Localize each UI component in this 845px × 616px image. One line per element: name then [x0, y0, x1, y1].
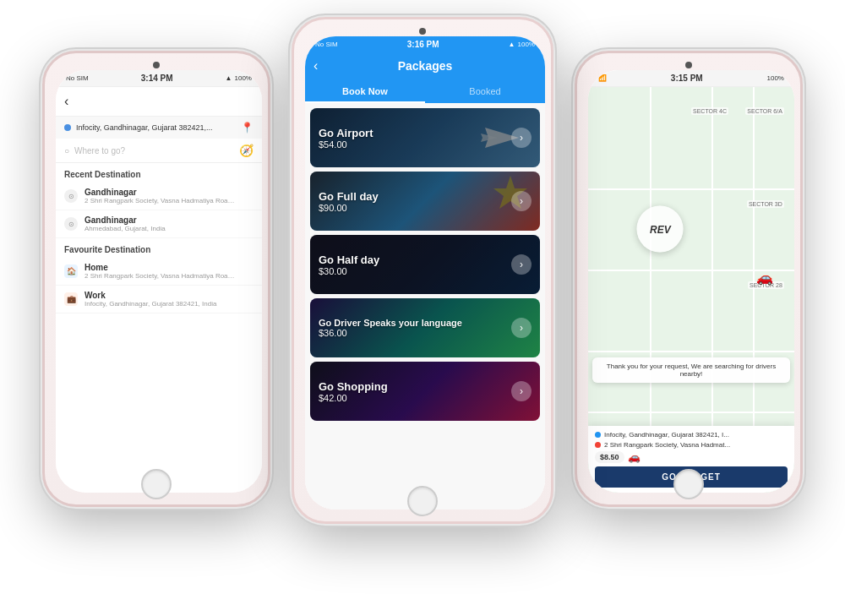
addr-row-1: 2 Shri Rangpark Society, Vasna Hadmat...: [595, 441, 788, 449]
center-vol-up-button: [292, 117, 293, 146]
package-shopping-chevron[interactable]: ›: [511, 381, 532, 401]
package-fullday-price: $90.00: [319, 203, 379, 213]
packages-list: Go Airport $54.00 ›: [305, 103, 545, 510]
left-screen: No SIM 3:14 PM ▲ 100% ‹ Infocity, Gandhi…: [56, 70, 262, 493]
package-halfday-info: Go Half day $30.00: [319, 253, 379, 276]
package-shopping-content: Go Shopping $42.00 ›: [310, 362, 540, 421]
package-shopping-info: Go Shopping $42.00: [319, 380, 388, 403]
right-power-button: [801, 138, 803, 180]
recent-addr-0: 2 Shri Rangpark Society, Vasna Hadmatiya…: [84, 197, 237, 204]
map-label-sector6a: SECTOR 6/A: [745, 107, 784, 115]
fav-name-home: Home: [84, 263, 254, 272]
fav-name-work: Work: [84, 291, 254, 300]
recent-name-0: Gandhinagar: [84, 188, 254, 197]
left-mute-button: [42, 121, 44, 142]
center-home-button[interactable]: [407, 486, 438, 516]
left-time: 3:14 PM: [141, 74, 173, 83]
center-back-button[interactable]: ‹: [313, 58, 318, 74]
package-airport-chevron[interactable]: ›: [511, 128, 532, 148]
right-home-button[interactable]: [673, 469, 704, 499]
right-wifi-icon: 📶: [598, 74, 607, 82]
package-driver[interactable]: Go Driver Speaks your language $36.00 ›: [310, 298, 540, 357]
package-halfday-name: Go Half day: [319, 253, 379, 266]
tab-booked[interactable]: Booked: [425, 79, 545, 103]
package-fullday-info: Go Full day $90.00: [319, 190, 379, 213]
map-road-h4: [588, 412, 794, 413]
package-fullday-chevron[interactable]: ›: [511, 191, 532, 211]
recent-icon-0: ⊙: [64, 189, 78, 203]
package-airport-content: Go Airport $54.00 ›: [310, 108, 540, 167]
addr-dot-origin: [595, 432, 601, 438]
package-halfday[interactable]: Go Half day $30.00 ›: [310, 235, 540, 294]
origin-address: Infocity, Gandhinagar, Gujarat 382421, I…: [604, 431, 729, 439]
home-icon: 🏠: [64, 264, 78, 278]
left-battery-icon: 100%: [235, 74, 252, 82]
center-vol-down-button: [292, 155, 293, 184]
search-icon: ○: [64, 146, 69, 155]
center-status-icons: ▲ 100%: [509, 41, 535, 48]
center-mute-button: [292, 87, 293, 108]
fav-item-work[interactable]: 💼 Work Infocity, Gandhinagar, Gujarat 38…: [56, 286, 262, 313]
recent-name-1: Gandhinagar: [84, 215, 254, 225]
package-shopping[interactable]: Go Shopping $42.00 ›: [310, 362, 540, 421]
package-driver-info: Go Driver Speaks your language $36.00: [319, 318, 462, 338]
nav-icon: 🧭: [239, 144, 254, 157]
right-vol-down-button: [575, 188, 576, 218]
left-status-icons: ▲ 100%: [226, 74, 252, 82]
package-airport[interactable]: Go Airport $54.00 ›: [310, 108, 540, 167]
left-sim: No SIM: [66, 74, 89, 82]
package-fullday[interactable]: Go Full day $90.00 ›: [310, 172, 540, 231]
ride-price: $8.50: [595, 451, 624, 463]
rev-logo: REV: [637, 206, 684, 253]
package-airport-name: Go Airport: [319, 127, 373, 139]
recent-item-0[interactable]: ⊙ Gandhinagar 2 Shri Rangpark Society, V…: [56, 183, 262, 210]
left-home-button[interactable]: [141, 469, 172, 499]
package-airport-price: $54.00: [319, 139, 373, 150]
center-screen: No SIM 3:16 PM ▲ 100% ‹ Packages Book No…: [305, 36, 545, 510]
left-vol-up-button: [42, 150, 44, 180]
center-time: 3:16 PM: [407, 40, 439, 49]
current-location-text: Infocity, Gandhinagar, Gujarat 382421,..…: [76, 123, 236, 132]
right-camera: [685, 62, 692, 68]
right-battery-icon: 100%: [767, 74, 784, 82]
phone-left: No SIM 3:14 PM ▲ 100% ‹ Infocity, Gandhi…: [42, 51, 270, 507]
center-battery-icon: 100%: [518, 41, 535, 48]
center-sim: No SIM: [315, 41, 338, 48]
package-fullday-content: Go Full day $90.00 ›: [310, 172, 540, 231]
favourite-section-title: Favourite Destination: [56, 238, 262, 258]
searching-banner: Thank you for your request, We are searc…: [592, 357, 790, 383]
price-row: $8.50 🚗: [595, 451, 788, 463]
right-status-icons: 100%: [767, 74, 784, 82]
fav-text-home: Home 2 Shri Rangpark Society, Vasna Hadm…: [84, 263, 254, 280]
recent-item-1[interactable]: ⊙ Gandhinagar Ahmedabad, Gujarat, India: [56, 210, 262, 238]
tab-book-now[interactable]: Book Now: [305, 79, 425, 103]
center-camera: [419, 28, 426, 35]
location-dot-icon: [64, 124, 71, 131]
fav-item-home[interactable]: 🏠 Home 2 Shri Rangpark Society, Vasna Ha…: [56, 258, 262, 286]
package-driver-chevron[interactable]: ›: [511, 318, 532, 338]
recent-section-title: Recent Destination: [56, 163, 262, 183]
addr-row-0: Infocity, Gandhinagar, Gujarat 382421, I…: [595, 431, 788, 439]
left-power-button: [269, 138, 270, 180]
right-vol-up-button: [575, 150, 576, 180]
fav-addr-home: 2 Shri Rangpark Society, Vasna Hadmatiya…: [84, 272, 237, 280]
current-location-row: Infocity, Gandhinagar, Gujarat 382421,..…: [56, 117, 262, 139]
package-halfday-price: $30.00: [319, 266, 379, 276]
tab-bar: Book Now Booked: [305, 79, 545, 103]
map-label-sector4c: SECTOR 4C: [691, 107, 728, 115]
where-go-row[interactable]: ○ Where to go? 🧭: [56, 139, 262, 163]
package-halfday-chevron[interactable]: ›: [511, 254, 532, 275]
center-header: ‹ Packages: [305, 52, 545, 79]
recent-icon-1: ⊙: [64, 217, 78, 231]
right-mute-button: [575, 121, 576, 142]
right-status-bar: 📶 3:15 PM 100%: [588, 70, 794, 87]
map-road-h3: [588, 351, 794, 352]
map-label-sector3d: SECTOR 3D: [747, 200, 784, 208]
left-header: ‹: [56, 87, 262, 117]
left-vol-down-button: [42, 188, 44, 218]
package-driver-name: Go Driver Speaks your language: [319, 318, 462, 328]
recent-addr-1: Ahmedabad, Gujarat, India: [84, 225, 237, 232]
fav-text-work: Work Infocity, Gandhinagar, Gujarat 3824…: [84, 291, 254, 308]
left-signal-icon: ▲: [226, 74, 232, 82]
left-back-arrow[interactable]: ‹: [64, 94, 68, 109]
